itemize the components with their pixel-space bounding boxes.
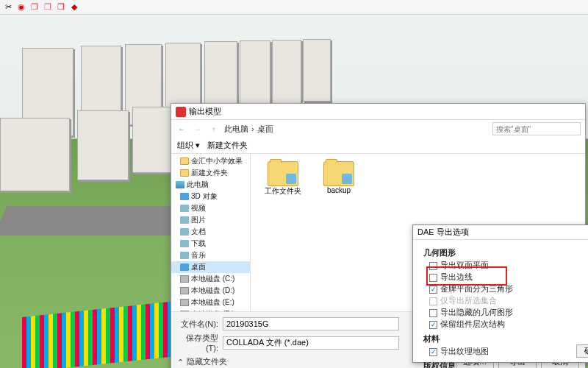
tree-item-label: 视频 (191, 203, 206, 213)
cube3-icon[interactable]: ❒ (56, 2, 66, 13)
checkbox-icon[interactable]: ✓ (429, 286, 437, 294)
tree-item[interactable]: 音乐 (171, 250, 250, 261)
group-geometry-label: 几何图形 (423, 247, 588, 258)
checkbox-icon[interactable]: ✓ (429, 348, 437, 356)
chevron-icon: › (251, 124, 254, 133)
hide-folders-toggle[interactable]: ⌃ 隐藏文件夹 (177, 357, 227, 367)
nav-forward-button[interactable]: → (192, 123, 204, 135)
dialog-toolbar: 组织 ▾ 新建文件夹 (171, 138, 585, 154)
blue-icon (180, 193, 189, 200)
drive-icon (180, 299, 189, 306)
filetype-label: 保存类型(T): (177, 333, 218, 353)
nav-up-button[interactable]: ↑ (208, 123, 220, 135)
cube1-icon[interactable]: ❒ (29, 2, 40, 13)
checkbox-icon[interactable]: ✓ (429, 321, 437, 329)
tree-item-label: 金汇中小学效果 (191, 156, 243, 166)
tree-item[interactable]: 金汇中小学效果 (171, 155, 250, 167)
other-icon (180, 240, 189, 247)
drive-icon (180, 275, 189, 283)
options-title-text: DAE 导出选项 (417, 227, 469, 238)
option-label: 仅导出所选集合 (440, 296, 497, 306)
other-icon (180, 252, 189, 259)
app-toolbar: ✂ ◉ ❒ ❒ ❒ ◆ (0, 0, 588, 15)
scissors-icon[interactable]: ✂ (3, 2, 13, 13)
option-label: 导出双面平面 (440, 261, 489, 271)
other-icon (180, 228, 189, 236)
file-pane[interactable]: 工作文件夹backup DAE 导出选项 ✕ 几何图形 导出双面平面导出边线✓金… (251, 154, 585, 311)
option-row[interactable]: ✓金牌平面分为三角形 (423, 283, 588, 295)
options-titlebar: DAE 导出选项 ✕ (413, 225, 588, 240)
tree-item-label: 桌面 (191, 262, 206, 272)
breadcrumb[interactable]: 此电脑 › 桌面 (224, 124, 488, 135)
file-label: backup (327, 186, 351, 194)
ok-button[interactable]: 确定 (576, 344, 588, 358)
tree-item-label: 文档 (191, 227, 206, 237)
cube2-icon[interactable]: ❒ (43, 2, 53, 13)
file-item[interactable]: backup (317, 161, 361, 194)
tree-item[interactable]: 本地磁盘 (D:) (171, 285, 250, 297)
ruby-icon[interactable]: ◆ (69, 2, 79, 13)
tree-item[interactable]: 3D 对象 (171, 191, 250, 202)
option-row[interactable]: 导出隐藏的几何图形 (423, 307, 588, 319)
option-material[interactable]: ✓ 导出纹理地图 (423, 346, 588, 358)
search-input[interactable] (492, 122, 581, 135)
tree-item-label: 音乐 (191, 250, 206, 261)
file-item[interactable]: 工作文件夹 (261, 161, 305, 197)
checkbox-icon (429, 297, 437, 305)
folder-icon (180, 158, 189, 165)
dialog-nav: ← → ↑ 此电脑 › 桌面 (171, 120, 585, 138)
tree-item-label: 此电脑 (187, 180, 209, 190)
tree-item[interactable]: 本地磁盘 (E:) (171, 297, 250, 308)
option-label: 保留组件层次结构 (440, 319, 505, 330)
folder-icon (268, 161, 298, 186)
nav-back-button[interactable]: ← (176, 123, 187, 135)
tree-item-label: 3D 对象 (191, 191, 218, 202)
pc-icon (176, 181, 184, 188)
tree-item-label: 本地磁盘 (C:) (191, 274, 234, 284)
option-label: 导出边线 (440, 272, 473, 283)
tree-item[interactable]: 新建文件夹 (171, 167, 250, 179)
dae-options-dialog: DAE 导出选项 ✕ 几何图形 导出双面平面导出边线✓金牌平面分为三角形仅导出所… (412, 224, 588, 363)
option-row: 仅导出所选集合 (423, 295, 588, 307)
tree-item[interactable]: 本地磁盘 (C:) (171, 273, 250, 285)
tree-item-label: 图片 (191, 215, 206, 225)
folder-icon (323, 161, 354, 186)
filetype-select[interactable] (223, 336, 399, 350)
tree-item[interactable]: 下载 (171, 238, 250, 250)
blue-icon (180, 263, 189, 271)
checkbox-icon[interactable] (429, 262, 437, 270)
breadcrumb-root[interactable]: 此电脑 (224, 124, 248, 135)
tree-item[interactable]: 桌面 (171, 261, 250, 273)
option-row[interactable]: ✓保留组件层次结构 (423, 319, 588, 330)
export-dialog: 输出模型 ← → ↑ 此电脑 › 桌面 组织 ▾ 新建文件夹 金汇中小学效果新建… (171, 103, 586, 368)
group-credit-label: 版权信息 (423, 361, 588, 368)
filename-label: 文件名(N): (177, 319, 218, 330)
option-label: 金牌平面分为三角形 (440, 284, 513, 294)
tree-item[interactable]: 此电脑 (171, 179, 250, 191)
filename-input[interactable] (223, 317, 399, 330)
red-dot-icon[interactable]: ◉ (16, 2, 26, 13)
checkbox-icon[interactable] (429, 309, 437, 317)
breadcrumb-leaf[interactable]: 桌面 (257, 124, 273, 135)
app-icon (176, 107, 186, 117)
organize-menu[interactable]: 组织 ▾ (177, 140, 200, 151)
tree-item-label: 新建文件夹 (191, 168, 228, 178)
chevron-icon: ⌃ (177, 358, 184, 367)
new-folder-button[interactable]: 新建文件夹 (207, 140, 248, 151)
tree-item-label: 本地磁盘 (D:) (191, 286, 234, 296)
file-label: 工作文件夹 (265, 186, 301, 197)
other-icon (180, 205, 189, 212)
tree-item-label: 下载 (191, 238, 206, 249)
tree-item-label: 本地磁盘 (E:) (191, 297, 234, 308)
tree-item[interactable]: 视频 (171, 202, 250, 214)
folder-tree: 金汇中小学效果新建文件夹此电脑3D 对象视频图片文档下载音乐桌面本地磁盘 (C:… (171, 154, 251, 311)
option-label: 导出纹理地图 (440, 347, 489, 357)
tree-item[interactable]: 图片 (171, 214, 250, 226)
option-row[interactable]: 导出双面平面 (423, 260, 588, 272)
folder-icon (180, 169, 189, 177)
option-row[interactable]: 导出边线 (423, 272, 588, 283)
checkbox-icon[interactable] (429, 274, 437, 282)
viewport-3d: 输出模型 ← → ↑ 此电脑 › 桌面 组织 ▾ 新建文件夹 金汇中小学效果新建… (0, 15, 588, 368)
drive-icon (180, 287, 189, 294)
tree-item[interactable]: 文档 (171, 226, 250, 238)
